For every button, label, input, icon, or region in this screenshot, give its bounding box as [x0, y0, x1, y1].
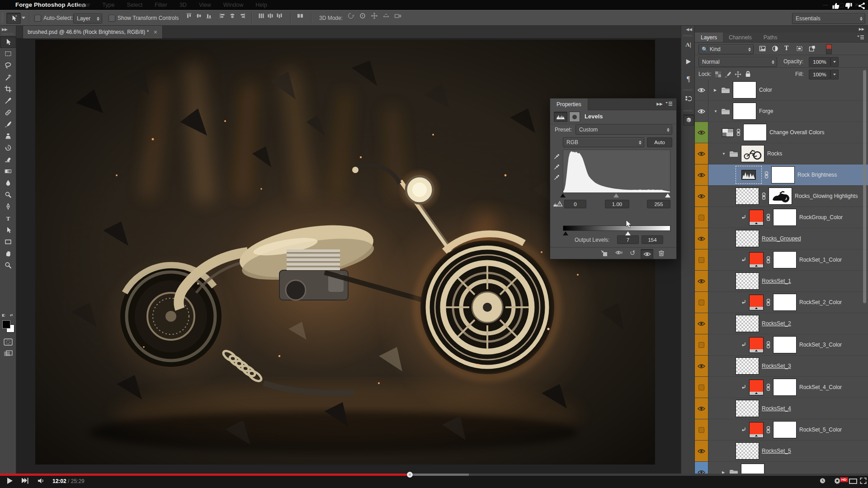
visibility-empty[interactable] [698, 385, 704, 390]
history-brush-tool[interactable] [0, 142, 16, 154]
input-gamma-field[interactable]: 1.00 [605, 200, 629, 208]
blend-mode-dropdown[interactable]: Normal [698, 57, 777, 67]
layer-name[interactable]: Rocks_Grouped [762, 235, 801, 242]
dock-collapse-icon[interactable]: ◀◀ [686, 27, 692, 32]
preset-dropdown[interactable]: Custom [576, 125, 672, 135]
layer-thumbnail[interactable] [741, 145, 764, 162]
quick-mask-icon[interactable] [4, 338, 13, 346]
layer-row-main[interactable]: RockSet_4_Color [708, 377, 868, 398]
input-white-field[interactable]: 255 [647, 200, 670, 208]
delete-adjustment-icon[interactable] [658, 249, 665, 257]
zoom-tool[interactable] [0, 259, 16, 271]
minimize-icon[interactable]: — [823, 2, 828, 8]
layer-thumbnail[interactable] [741, 464, 764, 474]
layer-row[interactable]: RockSet_4_Color [695, 377, 868, 398]
auto-select-checkbox[interactable] [34, 15, 41, 22]
lock-position-icon[interactable] [735, 71, 741, 78]
view-previous-state-icon[interactable] [615, 250, 623, 255]
type-tool[interactable]: T [0, 212, 16, 224]
color-fill-thumbnail[interactable] [749, 295, 764, 310]
layer-row-main[interactable]: RocksSet_1 [708, 271, 868, 291]
panel-menu-icon[interactable] [857, 35, 864, 40]
layer-thumbnail[interactable] [736, 230, 759, 247]
lock-transparency-icon[interactable] [715, 71, 722, 78]
document-close-icon[interactable]: ✕ [153, 29, 157, 35]
layer-row-main[interactable]: ▶Color [708, 80, 868, 100]
layer-name[interactable]: Change Overall Colors [769, 129, 824, 136]
distribute-right-edges-icon[interactable] [275, 10, 284, 21]
layer-mask-thumbnail[interactable] [773, 421, 797, 438]
panel-collapse-icon[interactable]: ▶▶ [656, 102, 663, 106]
layer-mask-thumbnail[interactable] [773, 379, 797, 396]
play-button[interactable] [7, 478, 13, 484]
layer-eye-on[interactable] [695, 228, 708, 249]
rectangle-shape-tool[interactable] [0, 236, 16, 248]
layer-row[interactable]: RocksSet_1 [695, 271, 868, 292]
color-fill-thumbnail[interactable] [749, 210, 764, 225]
layers-scrollbar[interactable] [863, 70, 866, 303]
toggle-visibility-icon[interactable] [641, 249, 653, 259]
foreground-color-swatch[interactable] [2, 320, 10, 328]
screen-mode-icon[interactable] [4, 350, 13, 357]
layer-row-main[interactable]: RockSet_5_Color [708, 419, 868, 440]
video-scrubber[interactable] [407, 472, 413, 478]
layer-name[interactable]: RocksSet_5 [762, 448, 791, 454]
input-white-slider[interactable] [665, 193, 670, 197]
visibility-empty[interactable] [698, 257, 704, 263]
auto-align-layers-icon[interactable] [296, 10, 305, 21]
layer-eye-off[interactable] [695, 334, 708, 355]
move-tool-preset-button[interactable] [6, 13, 21, 24]
filter-smart-objects-icon[interactable] [809, 45, 816, 52]
lasso-tool[interactable] [0, 60, 16, 71]
channel-dropdown[interactable]: RGB [563, 137, 644, 147]
layer-thumbnail[interactable] [733, 103, 756, 120]
input-black-slider[interactable] [560, 193, 566, 197]
menu-type[interactable]: Type [102, 2, 114, 8]
align-vertical-centers-icon[interactable] [194, 10, 203, 21]
3d-slide-icon[interactable] [382, 10, 391, 21]
eyedropper-tool[interactable] [0, 95, 16, 107]
layer-row-main[interactable]: ▼Rocks [708, 143, 868, 164]
actions-panel-icon[interactable] [683, 56, 693, 67]
3d-camera-icon[interactable] [393, 10, 402, 21]
opacity-field[interactable]: 100% [809, 57, 830, 67]
panel-menu-icon[interactable] [665, 101, 673, 107]
layer-row[interactable]: RocksSet_4 [695, 398, 868, 419]
lock-all-icon[interactable] [745, 70, 751, 77]
tab-paths[interactable]: Paths [758, 33, 783, 42]
layer-thumbnail[interactable] [736, 272, 759, 290]
share-icon[interactable] [858, 2, 866, 9]
pen-tool[interactable] [0, 201, 16, 212]
eraser-tool[interactable] [0, 154, 16, 165]
theater-mode-icon[interactable] [849, 479, 857, 484]
expand-triangle-icon[interactable]: ▶ [722, 470, 726, 474]
layer-name[interactable]: RocksSet_1 [762, 278, 791, 284]
layer-row-main[interactable]: RocksSet_4 [708, 398, 868, 419]
layer-name[interactable]: RocksSet_2 [762, 320, 791, 327]
gray-point-eyedropper-icon[interactable] [554, 164, 560, 170]
auto-select-target-dropdown[interactable]: Layer [73, 14, 102, 23]
layer-row-main[interactable]: RocksSet_3 [708, 356, 868, 376]
layer-row-main[interactable]: RockSet_2_Color [708, 292, 868, 313]
layer-name[interactable]: Color [759, 87, 772, 93]
layer-row-main[interactable]: Rocks_Grouped [708, 228, 868, 249]
opacity-chevron-icon[interactable] [830, 57, 839, 67]
collapse-triangle-icon[interactable]: ▼ [722, 152, 726, 156]
filter-kind-dropdown[interactable]: 🔍 Kind [698, 44, 754, 54]
align-bottom-edges-icon[interactable] [204, 10, 213, 21]
layer-eye-on[interactable] [695, 122, 708, 143]
layer-row[interactable]: RocksSet_2 [695, 313, 868, 334]
tab-layers[interactable]: Layers [695, 33, 723, 42]
visibility-empty[interactable] [698, 342, 704, 348]
gradient-map-thumbnail[interactable] [722, 128, 734, 137]
layer-thumbnail[interactable] [736, 188, 759, 205]
visibility-empty[interactable] [698, 215, 704, 221]
layer-eye-on[interactable] [695, 80, 708, 100]
layer-row[interactable]: RocksSet_5 [695, 441, 868, 462]
layer-row[interactable]: Rocks_Grouped [695, 228, 868, 249]
black-point-eyedropper-icon[interactable] [554, 154, 560, 160]
layer-thumbnail[interactable] [736, 315, 759, 332]
tab-channels[interactable]: Channels [723, 33, 758, 42]
levels-adjustment-thumbnail[interactable] [741, 170, 756, 180]
layer-eye-on[interactable] [695, 398, 708, 419]
